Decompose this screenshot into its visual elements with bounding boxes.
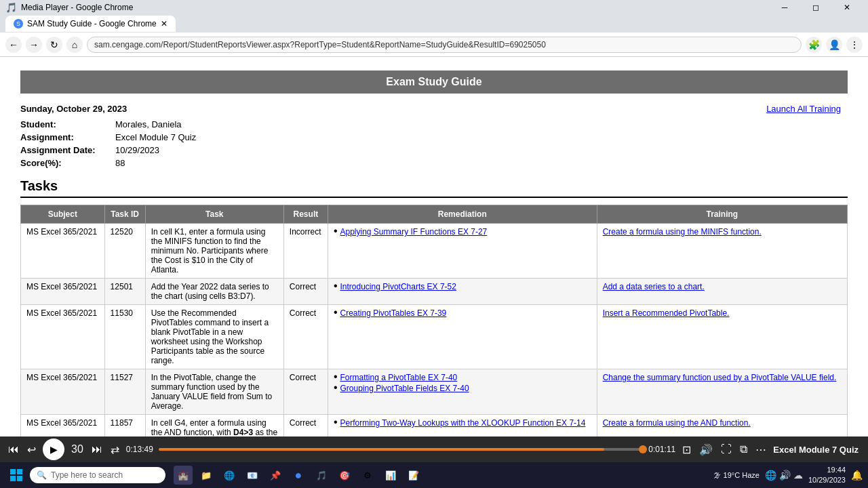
taskbar-icon-7[interactable]: 🎵	[312, 466, 331, 485]
shuffle-button[interactable]: ⇄	[109, 442, 121, 458]
address-bar[interactable]: sam.cengage.com/Report/StudentReportsVie…	[87, 37, 802, 53]
fullscreen-button[interactable]: ⛶	[719, 442, 733, 457]
bullet-icon: •	[334, 417, 338, 428]
cell-result: Correct	[283, 279, 328, 305]
back-button[interactable]: ←	[5, 37, 22, 53]
profile-button[interactable]: 👤	[826, 37, 842, 53]
system-clock[interactable]: 19:44 10/29/2023	[808, 465, 846, 486]
play-pause-button[interactable]: ▶	[43, 439, 64, 460]
rewind-button[interactable]: ↩	[26, 442, 37, 458]
taskbar-search-box[interactable]: 🔍 Type here to search	[30, 467, 165, 483]
launch-all-training[interactable]: Launch All Training	[766, 104, 841, 114]
cell-remediation: •Applying Summary IF Functions EX 7-27	[328, 224, 597, 279]
taskbar-icon-3[interactable]: 🌐	[220, 466, 239, 485]
svg-rect-3	[17, 476, 22, 481]
pip-button[interactable]: ⧉	[738, 442, 749, 457]
taskbar-icon-6[interactable]: ●	[289, 466, 308, 485]
forward-30-button[interactable]: 30	[70, 442, 85, 457]
training-link[interactable]: Change the summary function used by a Pi…	[603, 373, 837, 382]
student-label: Student:	[20, 119, 115, 129]
clock-date: 10/29/2023	[808, 475, 846, 485]
taskbar-pinned-icons: 🏰 📁 🌐 📧 📌 ● 🎵 🎯 ⚙ 📊 📝	[174, 466, 423, 485]
bullet-icon: •	[334, 281, 338, 291]
title-bar-left: 🎵 Media Player - Google Chrome	[5, 2, 133, 13]
notification-area: 🌐 🔊 ☁	[765, 470, 803, 481]
taskbar-icon-9[interactable]: ⚙	[358, 466, 377, 485]
table-row: MS Excel 365/202111527In the PivotTable,…	[21, 369, 848, 415]
remediation-link[interactable]: Introducing PivotCharts EX 7-52	[340, 282, 456, 291]
taskbar-icon-5[interactable]: 📌	[266, 466, 285, 485]
cell-training: Insert a Recommended PivotTable.	[597, 305, 847, 369]
cell-training: Create a formula using the AND function.	[597, 415, 847, 439]
bullet-icon: •	[334, 307, 338, 318]
tasks-heading: Tasks	[20, 178, 848, 198]
onedrive-icon: ☁	[793, 470, 803, 481]
cell-taskid: 11530	[104, 305, 145, 369]
remediation-item: •Introducing PivotCharts EX 7-52	[334, 282, 591, 291]
maximize-button[interactable]: ◻	[800, 0, 831, 15]
table-header-row: Subject Task ID Task Result Remediation …	[21, 205, 848, 224]
training-link[interactable]: Create a formula using the MINIFS functi…	[603, 227, 762, 237]
notification-bell[interactable]: 🔔	[851, 470, 863, 481]
remediation-item: •Grouping PivotTable Fields EX 7-40	[334, 384, 591, 393]
more-button[interactable]: ⋯	[754, 442, 768, 458]
bullet-icon: •	[334, 226, 338, 237]
remediation-link[interactable]: Performing Two-Way Lookups with the XLOO…	[340, 418, 586, 428]
forward-button[interactable]: →	[26, 37, 42, 53]
browser-chrome: 🎵 Media Player - Google Chrome ─ ◻ ✕ S S…	[0, 0, 868, 33]
student-row: Student: Morales, Daniela	[20, 119, 848, 129]
remediation-item: •Performing Two-Way Lookups with the XLO…	[334, 418, 591, 428]
cell-subject: MS Excel 365/2021	[21, 279, 105, 305]
title-bar-text: Media Player - Google Chrome	[21, 3, 133, 12]
active-tab[interactable]: S SAM Study Guide - Google Chrome ✕	[5, 16, 176, 32]
volume-button[interactable]: 🔊	[698, 442, 714, 458]
extensions-button[interactable]: 🧩	[806, 37, 822, 53]
close-button[interactable]: ✕	[831, 0, 863, 15]
cell-task: In the PivotTable, change the summary fu…	[145, 369, 283, 415]
menu-button[interactable]: ⋮	[846, 37, 863, 53]
assignment-row: Assignment: Excel Module 7 Quiz	[20, 132, 848, 142]
bullet-icon: •	[334, 382, 338, 393]
taskbar-icon-11[interactable]: 📝	[404, 466, 423, 485]
training-link[interactable]: Insert a Recommended PivotTable.	[603, 308, 730, 318]
training-link[interactable]: Add a data series to a chart.	[603, 282, 705, 291]
cell-subject: MS Excel 365/2021	[21, 224, 105, 279]
tab-label: SAM Study Guide - Google Chrome	[27, 19, 157, 28]
clock-time: 19:44	[808, 465, 846, 475]
minimize-button[interactable]: ─	[769, 0, 800, 15]
home-button[interactable]: ⌂	[66, 37, 83, 53]
reload-button[interactable]: ↻	[46, 37, 62, 53]
col-subject: Subject	[21, 205, 105, 224]
cell-remediation: •Performing Two-Way Lookups with the XLO…	[328, 415, 597, 439]
training-link[interactable]: Create a formula using the AND function.	[603, 418, 751, 428]
skip-forward-button[interactable]: ⏭	[90, 442, 104, 457]
cell-remediation: •Creating PivotTables EX 7-39	[328, 305, 597, 369]
weather-info: 🌫 19°C Haze	[713, 471, 760, 479]
address-text: sam.cengage.com/Report/StudentReportsVie…	[94, 40, 546, 49]
weather-icon: 🌫	[713, 471, 721, 479]
col-remediation: Remediation	[328, 205, 597, 224]
remediation-link[interactable]: Grouping PivotTable Fields EX 7-40	[340, 384, 469, 393]
launch-all-link[interactable]: Launch All Training	[766, 104, 841, 114]
score-label: Score(%):	[20, 158, 115, 168]
student-value: Morales, Daniela	[115, 119, 848, 129]
taskbar-icon-1[interactable]: 🏰	[174, 466, 193, 485]
taskbar-icon-2[interactable]: 📁	[197, 466, 216, 485]
taskbar-icon-10[interactable]: 📊	[381, 466, 400, 485]
tab-close-icon[interactable]: ✕	[161, 19, 167, 28]
remediation-link[interactable]: Creating PivotTables EX 7-39	[340, 308, 447, 318]
report-meta: Sunday, October 29, 2023 Student: Morale…	[20, 104, 848, 168]
taskbar-icon-4[interactable]: 📧	[243, 466, 262, 485]
assignment-value: Excel Module 7 Quiz	[115, 132, 848, 142]
start-button[interactable]	[5, 464, 27, 486]
col-taskid: Task ID	[104, 205, 145, 224]
cell-result: Correct	[283, 369, 328, 415]
svg-rect-0	[10, 469, 16, 474]
media-player-bar: ⏮ ↩ ▶ 30 ⏭ ⇄ 0:13:49 0:01:11 ⊡ 🔊 ⛶ ⧉ ⋯ E…	[0, 436, 868, 462]
remediation-link[interactable]: Applying Summary IF Functions EX 7-27	[340, 227, 488, 237]
taskbar-icon-8[interactable]: 🎯	[335, 466, 354, 485]
skip-back-button[interactable]: ⏮	[7, 442, 20, 457]
subtitles-button[interactable]: ⊡	[681, 442, 692, 458]
remediation-link[interactable]: Formatting a PivotTable EX 7-40	[340, 373, 458, 382]
progress-track[interactable]	[159, 448, 643, 451]
